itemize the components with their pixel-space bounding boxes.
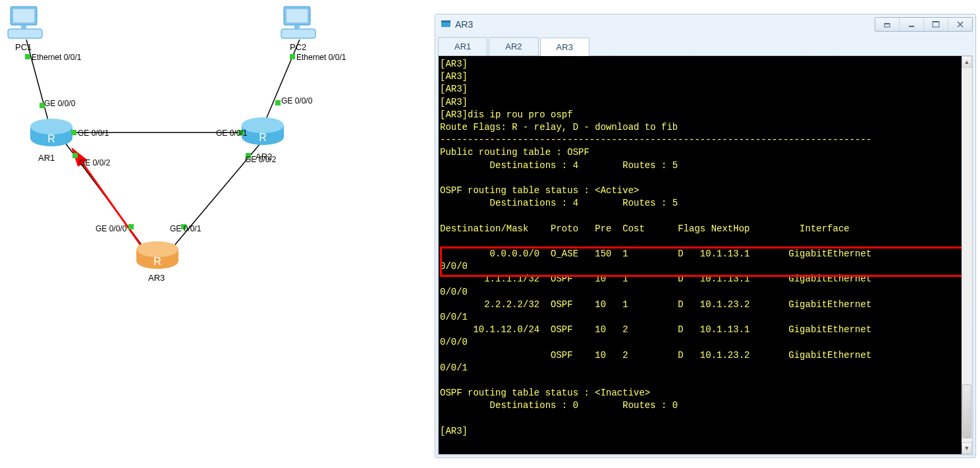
svg-rect-9 xyxy=(21,25,26,29)
svg-text:R: R xyxy=(259,132,267,143)
svg-rect-7 xyxy=(13,9,34,22)
device-ar1[interactable]: R xyxy=(29,119,74,145)
port-dot xyxy=(72,153,78,158)
port-label: GE 0/0/1 xyxy=(170,224,201,233)
svg-text:R: R xyxy=(47,133,55,144)
port-label: GE 0/0/1 xyxy=(216,129,247,138)
svg-rect-12 xyxy=(281,29,315,38)
svg-text:R: R xyxy=(153,256,161,267)
terminal-window: AR3 AR1 AR2 AR3 [AR3] [AR3] [AR3] [AR3] … xyxy=(435,14,976,458)
app-icon xyxy=(441,19,451,30)
svg-line-2 xyxy=(263,40,300,125)
port-label: GE 0/0/1 xyxy=(78,129,109,138)
terminal-output[interactable]: [AR3] [AR3] [AR3] [AR3] [AR3]dis ip rou … xyxy=(439,56,962,440)
svg-point-16 xyxy=(30,119,72,134)
window-minimize-button[interactable] xyxy=(899,18,923,31)
window-title: AR3 xyxy=(455,19,875,30)
topology-canvas: PC1 PC2 R AR1 R AR2 xyxy=(0,0,408,468)
scrollbar[interactable]: ▲ ▼ xyxy=(962,56,972,454)
window-restore-down-button[interactable] xyxy=(875,18,899,31)
tab-ar2[interactable]: AR2 xyxy=(489,37,538,55)
port-label: GE 0/0/0 xyxy=(95,224,126,233)
scroll-up-button[interactable]: ▲ xyxy=(962,56,972,68)
device-pc1[interactable] xyxy=(7,4,43,41)
scroll-thumb[interactable] xyxy=(962,384,971,438)
svg-point-20 xyxy=(242,117,284,133)
port-label: Ethernet 0/0/1 xyxy=(32,53,81,62)
scroll-down-button[interactable]: ▼ xyxy=(962,442,972,454)
terminal-area[interactable]: [AR3] [AR3] [AR3] [AR3] [AR3]dis ip rou … xyxy=(438,55,973,455)
port-dot xyxy=(71,130,76,135)
port-dot xyxy=(275,100,281,105)
tab-ar3[interactable]: AR3 xyxy=(540,38,589,56)
device-ar3[interactable]: R xyxy=(135,241,180,268)
device-label-ar3: AR3 xyxy=(148,273,165,283)
device-label-pc1: PC1 xyxy=(15,42,32,52)
port-label: GE 0/0/2 xyxy=(79,158,110,167)
port-dot xyxy=(25,54,30,59)
window-close-button[interactable] xyxy=(948,18,972,31)
port-label: Ethernet 0/0/1 xyxy=(296,53,346,62)
port-label: GE 0/0/0 xyxy=(281,96,312,105)
window-buttons xyxy=(875,17,973,32)
port-dot xyxy=(128,224,134,229)
device-label-ar1: AR1 xyxy=(38,153,55,163)
svg-point-24 xyxy=(136,241,178,257)
svg-rect-27 xyxy=(441,20,450,22)
svg-rect-8 xyxy=(8,29,42,38)
window-maximize-button[interactable] xyxy=(923,18,948,31)
svg-rect-31 xyxy=(933,22,939,27)
scroll-track[interactable] xyxy=(962,68,972,442)
topology-links xyxy=(0,0,408,303)
device-pc2[interactable] xyxy=(280,4,317,41)
titlebar[interactable]: AR3 xyxy=(435,15,975,34)
port-label: GE 0/0/2 xyxy=(245,155,276,164)
port-dot xyxy=(290,54,295,59)
port-label: GE 0/0/0 xyxy=(44,99,75,108)
svg-rect-13 xyxy=(294,25,300,29)
svg-rect-11 xyxy=(286,9,308,22)
device-label-pc2: PC2 xyxy=(290,42,306,52)
tab-bar: AR1 AR2 AR3 xyxy=(438,37,973,55)
tab-ar1[interactable]: AR1 xyxy=(438,37,487,55)
